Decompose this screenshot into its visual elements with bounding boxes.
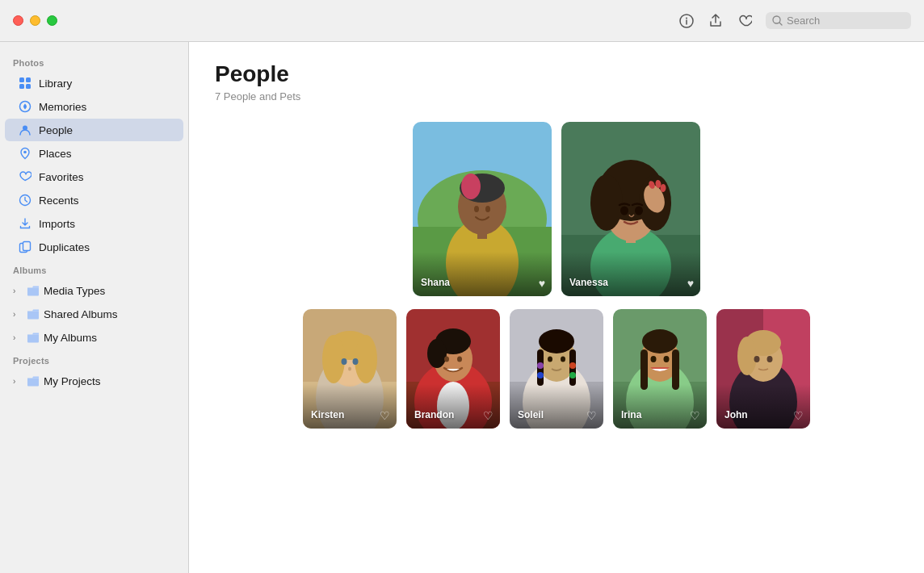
svg-point-71 [569,372,576,379]
person-heart-irina[interactable]: ♡ [690,409,700,422]
duplicates-label: Duplicates [39,241,90,253]
svg-point-49 [348,367,351,371]
close-button[interactable] [13,15,23,26]
recents-icon [18,193,32,207]
person-card-vanessa[interactable]: Vanessa ♥ [561,122,700,296]
sidebar-item-imports[interactable]: Imports [5,212,183,235]
person-name-kirsten: Kirsten [311,409,344,420]
shared-albums-label: Shared Albums [44,308,118,320]
svg-point-23 [485,206,490,212]
svg-point-91 [754,356,760,362]
library-label: Library [39,77,72,90]
sidebar-item-favorites[interactable]: Favorites [5,165,183,188]
svg-point-57 [427,339,447,368]
main-layout: Photos Library Memories [0,42,924,573]
people-row-1: Shana ♥ [215,122,898,296]
person-heart-kirsten[interactable]: ♡ [380,409,390,422]
svg-point-34 [635,207,643,215]
photos-section-label: Photos [0,52,188,71]
page-title: People [215,61,898,87]
my-projects-label: My Projects [44,375,101,387]
svg-rect-6 [26,77,31,82]
favorites-icon [18,169,32,184]
shared-albums-folder-icon [26,307,40,321]
sidebar-item-my-albums[interactable]: › My Albums [5,326,183,349]
my-albums-folder-icon [26,330,40,345]
person-card-shana[interactable]: Shana ♥ [413,122,552,296]
svg-rect-5 [19,77,24,82]
people-grid: Shana ♥ [215,122,898,429]
sidebar: Photos Library Memories [0,42,189,573]
svg-point-53 [437,382,469,429]
sidebar-item-media-types[interactable]: › Media Types [5,279,183,302]
person-card-irina[interactable]: Irina ♡ [613,309,707,429]
sidebar-item-people[interactable]: People [5,119,183,141]
svg-point-73 [561,357,565,362]
svg-point-33 [620,207,628,215]
svg-rect-14 [23,242,31,251]
share-icon[interactable] [708,13,724,29]
svg-point-21 [461,174,481,199]
favorite-icon[interactable] [737,13,753,29]
person-card-john[interactable]: John ♡ [716,309,810,429]
svg-point-72 [548,357,552,362]
person-heart-soleil[interactable]: ♡ [586,409,597,422]
svg-rect-24 [477,231,487,239]
person-card-soleil[interactable]: Soleil ♡ [510,309,603,429]
sidebar-item-shared-albums[interactable]: › Shared Albums [5,303,183,325]
sidebar-item-library[interactable]: Library [5,72,183,94]
svg-rect-7 [19,84,24,89]
svg-point-48 [353,358,359,365]
albums-section-label: Albums [0,259,188,278]
person-heart-brandon[interactable]: ♡ [483,409,494,422]
people-icon [18,123,32,137]
svg-rect-81 [672,349,679,390]
svg-point-82 [651,356,657,362]
svg-point-46 [355,335,377,383]
svg-point-90 [737,337,757,375]
memories-label: Memories [39,101,86,113]
expand-arrow-media-types: › [13,286,23,295]
person-heart-shana[interactable]: ♥ [539,277,545,290]
people-label: People [39,124,73,136]
person-name-brandon: Brandon [414,409,454,420]
title-bar [0,0,924,42]
svg-point-22 [474,206,479,212]
search-input[interactable] [787,15,900,27]
svg-point-83 [664,356,670,362]
svg-line-4 [779,23,782,25]
imports-label: Imports [39,218,75,230]
search-bar[interactable] [766,12,911,29]
library-icon [18,76,32,90]
info-icon[interactable] [678,13,695,29]
recents-label: Recents [39,194,79,207]
sidebar-item-places[interactable]: Places [5,142,183,165]
person-heart-vanessa[interactable]: ♥ [687,277,694,290]
my-albums-label: My Albums [44,332,97,344]
minimize-button[interactable] [30,15,40,26]
person-name-shana: Shana [421,277,450,288]
svg-point-79 [642,329,678,353]
sidebar-item-memories[interactable]: Memories [5,95,183,118]
favorites-label: Favorites [39,171,84,183]
people-row-2: Kirsten ♡ [215,309,898,429]
expand-arrow-shared-albums: › [13,310,23,319]
media-types-label: Media Types [44,285,105,297]
svg-rect-80 [640,349,648,390]
person-heart-john[interactable]: ♡ [793,409,804,422]
toolbar [678,12,911,29]
imports-icon [18,216,32,231]
expand-arrow-my-projects: › [13,377,23,386]
sidebar-item-duplicates[interactable]: Duplicates [5,236,183,258]
sidebar-item-recents[interactable]: Recents [5,189,183,211]
svg-rect-8 [26,84,31,89]
person-card-kirsten[interactable]: Kirsten ♡ [303,309,397,429]
maximize-button[interactable] [47,15,57,26]
svg-point-69 [537,372,544,379]
places-icon [18,146,32,161]
content-area: People 7 People and Pets [189,42,924,573]
person-card-brandon[interactable]: Brandon ♡ [406,309,500,429]
svg-point-47 [342,358,347,365]
sidebar-item-my-projects[interactable]: › My Projects [5,370,183,392]
svg-point-58 [444,357,449,362]
